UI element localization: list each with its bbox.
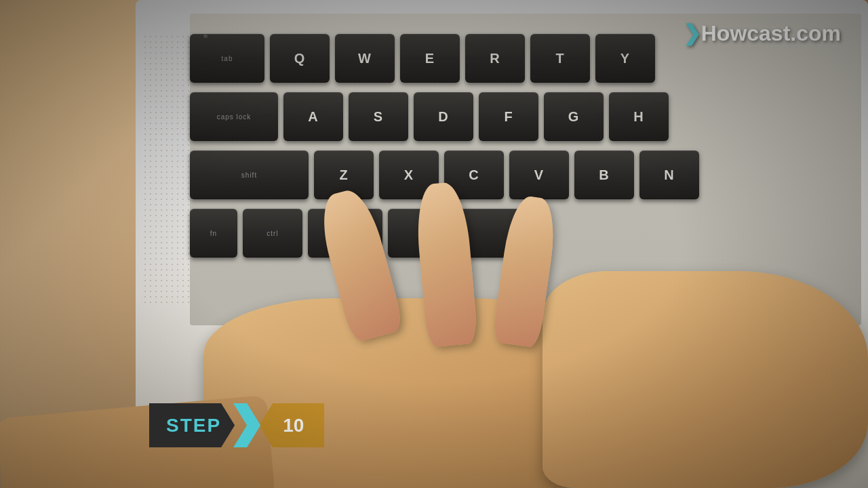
howcast-arrow-icon: ❯ — [683, 21, 701, 45]
step-number: 10 — [259, 403, 324, 447]
key-y: Y — [595, 34, 655, 83]
step-badge: STEP 10 — [149, 403, 324, 447]
key-z: Z — [314, 150, 374, 199]
key-tab: tab — [190, 34, 264, 83]
key-d: D — [414, 92, 473, 141]
key-dot-indicator — [203, 34, 208, 38]
key-ctrl: ctrl — [243, 209, 302, 258]
key-q: Q — [270, 34, 330, 83]
key-t: T — [530, 34, 590, 83]
key-e: E — [400, 34, 460, 83]
key-alt-option: alt option — [308, 209, 382, 258]
howcast-watermark: ❯Howcast.com — [683, 20, 841, 46]
key-fn: fn — [190, 209, 237, 258]
step-arrow-icon — [233, 403, 260, 447]
key-g: G — [544, 92, 604, 141]
step-label: STEP — [149, 403, 235, 447]
key-caps-lock: caps lock — [190, 92, 278, 141]
key-x: X — [379, 150, 439, 199]
key-a: A — [283, 92, 343, 141]
key-c: C — [444, 150, 504, 199]
key-shift: shift — [190, 150, 309, 199]
key-v: V — [509, 150, 569, 199]
key-w: W — [335, 34, 395, 83]
video-frame: tab Q W E R T Y caps lock A S — [0, 0, 868, 488]
key-b: B — [574, 150, 634, 199]
key-h: H — [609, 92, 669, 141]
keyboard-surface: tab Q W E R T Y caps lock A S — [190, 14, 861, 325]
key-command: com — [388, 209, 524, 258]
key-f: F — [479, 92, 538, 141]
key-r: R — [465, 34, 525, 83]
key-s: S — [349, 92, 408, 141]
key-n: N — [639, 150, 699, 199]
